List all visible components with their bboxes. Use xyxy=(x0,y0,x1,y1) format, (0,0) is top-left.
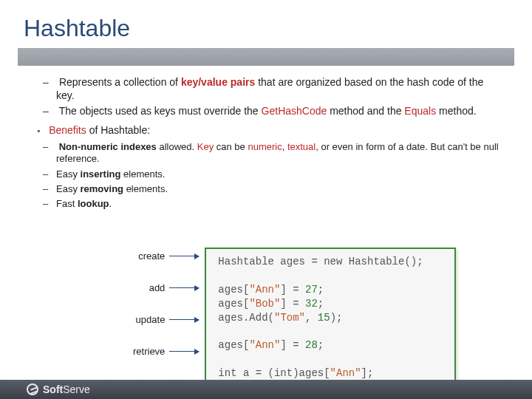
label-create: create xyxy=(138,250,199,262)
arrow-icon xyxy=(169,256,199,256)
string: "Ann" xyxy=(249,339,280,351)
benefits-word: Benefits xyxy=(49,124,86,136)
arrow-icon xyxy=(169,351,199,352)
footer-bar: SoftServe xyxy=(0,380,532,399)
text: lookup xyxy=(78,198,109,209)
code-line: ages["Ann"] = 28; xyxy=(218,338,443,352)
brand-text: SoftServe xyxy=(43,383,90,395)
operation-labels: create add update retrieve xyxy=(133,248,199,357)
intro-list: Represents a collection of key/value pai… xyxy=(56,76,502,118)
text: retrieve xyxy=(133,346,165,357)
string: "Ann" xyxy=(249,284,280,296)
key-value-pairs: key/value pairs xyxy=(181,76,255,88)
intro-item-2: The objects used as keys must override t… xyxy=(56,105,502,118)
slide-title: Hashtable xyxy=(0,0,532,48)
text: ]; xyxy=(361,367,374,379)
text: update xyxy=(136,314,166,325)
code-line: ages["Ann"] = 27; xyxy=(218,283,443,297)
text: Represents a collection of xyxy=(59,76,181,88)
text: ; xyxy=(318,284,324,296)
label-update: update xyxy=(136,314,200,325)
text: ] = xyxy=(280,298,305,310)
string: "Tom" xyxy=(274,312,305,324)
text: Non-numeric indexes xyxy=(59,141,157,152)
numeric-word: numeric xyxy=(248,141,282,152)
text: ] = xyxy=(280,284,305,296)
logo-icon xyxy=(27,383,38,395)
text: method. xyxy=(436,105,476,117)
number: 28 xyxy=(305,339,318,351)
code-diagram: create add update retrieve Hashtable age… xyxy=(133,248,456,388)
text: of Hashtable: xyxy=(86,124,150,136)
string: "Bob" xyxy=(249,298,280,310)
benefits-list: Non-numeric indexes allowed. Key can be … xyxy=(56,141,502,210)
text: Serve xyxy=(63,383,90,395)
text: Easy xyxy=(56,168,81,180)
text: ] = xyxy=(280,339,305,351)
code-blank xyxy=(218,324,443,338)
text: ages[ xyxy=(218,284,249,296)
arrow-icon xyxy=(169,287,199,288)
text: The objects used as keys must override t… xyxy=(59,105,262,117)
text: removing xyxy=(81,183,124,194)
text: ages.Add( xyxy=(218,312,274,324)
code-line: int a = (int)ages["Ann"]; xyxy=(218,366,443,381)
text: Hashtable ages = new Hashtable(); xyxy=(218,256,423,267)
text: allowed. xyxy=(157,141,197,152)
string: "Ann" xyxy=(330,367,361,379)
equals: Equals xyxy=(404,105,436,117)
code-blank xyxy=(218,352,443,366)
text: , xyxy=(282,141,287,152)
code-line: ages["Bob"] = 32; xyxy=(218,297,443,311)
benefit-2: Easy inserting elements. xyxy=(56,168,502,180)
text: method and the xyxy=(327,105,404,117)
number: 27 xyxy=(305,284,318,296)
key-word: Key xyxy=(197,141,214,152)
slide-content: Represents a collection of key/value pai… xyxy=(0,76,532,210)
text: ); xyxy=(330,312,343,324)
text: elements. xyxy=(123,183,168,194)
text: . xyxy=(109,198,112,209)
text: create xyxy=(138,250,165,262)
number: 15 xyxy=(318,312,330,324)
text: Soft xyxy=(43,383,63,395)
gethashcode: GetHashCode xyxy=(262,105,327,117)
code-blank xyxy=(218,269,443,283)
label-add: add xyxy=(149,282,200,293)
text: ; xyxy=(318,298,324,310)
text: add xyxy=(149,282,166,293)
code-line: Hashtable ages = new Hashtable(); xyxy=(218,255,443,269)
text: ages[ xyxy=(218,339,249,351)
number: 32 xyxy=(305,298,318,310)
label-retrieve: retrieve xyxy=(133,346,199,357)
textual-word: textual xyxy=(287,141,316,152)
text: Easy xyxy=(56,183,81,194)
text: , xyxy=(305,312,318,324)
benefit-3: Easy removing elements. xyxy=(56,183,502,195)
benefits-heading: Benefits of Hashtable: xyxy=(37,124,502,137)
arrow-icon xyxy=(169,319,199,320)
title-divider xyxy=(18,48,514,66)
text: ages[ xyxy=(218,298,249,310)
code-sample: Hashtable ages = new Hashtable(); ages["… xyxy=(205,248,456,388)
benefit-4: Fast lookup. xyxy=(56,198,502,210)
text: inserting xyxy=(81,168,121,180)
benefit-1: Non-numeric indexes allowed. Key can be … xyxy=(56,141,502,166)
text: int a = (int)ages[ xyxy=(218,367,330,379)
text: ; xyxy=(318,339,324,351)
code-line: ages.Add("Tom", 15); xyxy=(218,311,443,325)
text: can be xyxy=(214,141,248,152)
text: elements. xyxy=(120,168,165,180)
text: Fast xyxy=(56,198,78,209)
intro-item-1: Represents a collection of key/value pai… xyxy=(56,76,502,102)
